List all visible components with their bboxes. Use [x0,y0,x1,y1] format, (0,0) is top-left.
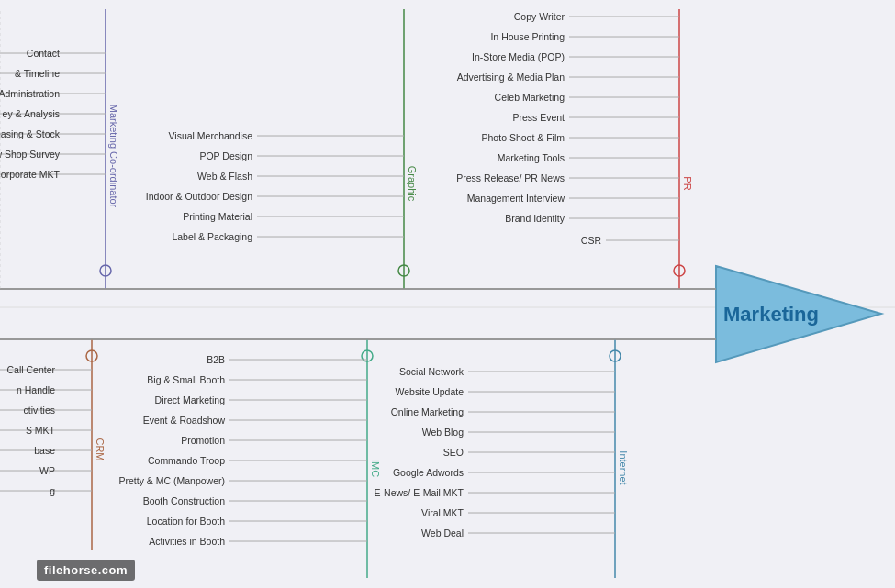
svg-text:Location for Booth: Location for Booth [147,516,225,527]
svg-text:lew Shop Survey: lew Shop Survey [0,149,61,160]
svg-text:base: base [34,445,55,456]
svg-text:Management Interview: Management Interview [467,193,565,204]
svg-text:Celeb Marketing: Celeb Marketing [495,92,565,103]
svg-text:Internet: Internet [618,450,629,484]
svg-text:Commando Troop: Commando Troop [148,455,225,466]
svg-text:Booth Construction: Booth Construction [143,495,225,506]
svg-text:Marketing Co-ordinator: Marketing Co-ordinator [108,105,119,208]
svg-text:g: g [50,485,55,496]
svg-text:IMC: IMC [370,459,381,477]
svg-text:Event & Roadshow: Event & Roadshow [143,415,226,426]
svg-text:Press Release/ PR News: Press Release/ PR News [456,172,565,183]
svg-text:E-News/ E-Mail MKT: E-News/ E-Mail MKT [375,487,464,498]
svg-text:Printing Material: Printing Material [183,211,252,222]
svg-text:hasing & Stock: hasing & Stock [0,128,61,139]
svg-text:B2B: B2B [207,354,225,365]
svg-text:Copy Writer: Copy Writer [514,11,565,22]
svg-text:Promotion: Promotion [181,435,225,446]
svg-text:Graphic: Graphic [407,166,418,202]
svg-text:Photo Shoot & Film: Photo Shoot & Film [482,132,565,143]
svg-text:Web & Flash: Web & Flash [197,171,252,182]
svg-text:ey & Analysis: ey & Analysis [3,108,60,119]
svg-text:Google Adwords: Google Adwords [393,467,464,478]
svg-text:ctivities: ctivities [24,405,55,416]
svg-text:Web Deal: Web Deal [421,527,464,538]
svg-text:In-Store Media (POP): In-Store Media (POP) [472,51,565,62]
svg-text:Corporate MKT: Corporate MKT [0,169,61,180]
svg-text:n Handle: n Handle [17,384,55,395]
svg-text:CRM: CRM [95,438,106,460]
svg-text:Web Blog: Web Blog [422,427,464,438]
svg-text:S MKT: S MKT [26,425,56,436]
svg-text:Brand Identity: Brand Identity [505,213,565,224]
svg-text:Pretty & MC (Manpower): Pretty & MC (Manpower) [118,475,225,486]
svg-text:Marketing Tools: Marketing Tools [498,152,565,163]
svg-text:Label & Packaging: Label & Packaging [172,231,252,242]
svg-text:WP: WP [39,465,55,476]
marketing-label: Marketing [723,303,819,326]
svg-text:POP Design: POP Design [199,150,252,161]
svg-text:Viral MKT: Viral MKT [421,507,464,518]
svg-text:Direct Marketing: Direct Marketing [155,394,226,405]
watermark-label: filehorse.com [37,560,135,581]
svg-text:Activities in Booth: Activities in Booth [149,536,225,547]
svg-text:CSR: CSR [581,235,602,246]
svg-text:Advertising & Media Plan: Advertising & Media Plan [457,72,565,83]
svg-text:SEO: SEO [443,447,464,458]
svg-text:Indoor & Outdoor Design: Indoor & Outdoor Design [146,191,252,202]
svg-text:Website Update: Website Update [395,386,464,397]
svg-text:Social Network: Social Network [399,366,464,377]
svg-text:& Timeline: & Timeline [15,68,60,79]
svg-text:Online Marketing: Online Marketing [391,406,464,417]
svg-text:Press Event: Press Event [512,112,565,123]
svg-text:Contact: Contact [27,48,60,59]
svg-text:Big & Small Booth: Big & Small Booth [147,374,225,385]
svg-text:Call Center: Call Center [6,364,55,375]
svg-text:Administration: Administration [0,88,60,99]
svg-text:Visual Merchandise: Visual Merchandise [169,130,253,141]
svg-text:PR: PR [682,176,693,190]
svg-text:In House Printing: In House Printing [490,31,565,42]
